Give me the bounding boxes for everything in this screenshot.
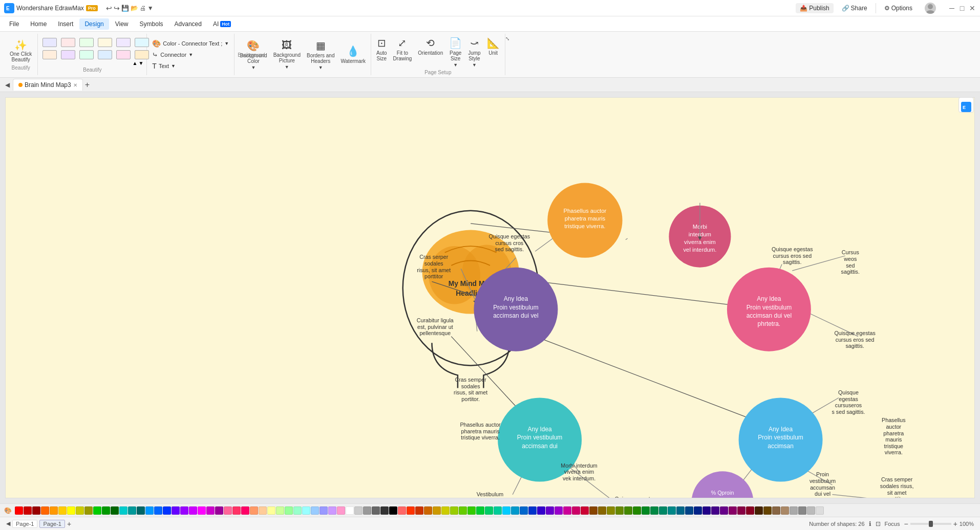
color-swatch-5[interactable] bbox=[58, 506, 67, 515]
color-swatch-8[interactable] bbox=[84, 506, 93, 515]
color-swatch-27[interactable] bbox=[250, 506, 258, 515]
color-swatch-72[interactable] bbox=[642, 506, 650, 515]
user-avatar[interactable] bbox=[921, 1, 940, 15]
color-swatch-59[interactable] bbox=[528, 506, 537, 515]
color-swatch-71[interactable] bbox=[633, 506, 641, 515]
color-swatch-26[interactable] bbox=[241, 506, 249, 515]
page-tab[interactable]: Page-1 bbox=[12, 520, 37, 528]
bg-picture-btn[interactable]: 🖼 BackgroundPicture ▼ bbox=[271, 38, 303, 71]
style-btn-2[interactable] bbox=[59, 37, 77, 48]
watermark-btn[interactable]: 💧 Watermark bbox=[338, 44, 368, 65]
share-btn[interactable]: 🔗 Share bbox=[838, 3, 871, 13]
color-swatch-17[interactable] bbox=[163, 506, 171, 515]
color-swatch-21[interactable] bbox=[198, 506, 206, 515]
publish-btn[interactable]: 📤 Publish bbox=[796, 3, 833, 13]
color-swatch-60[interactable] bbox=[537, 506, 545, 515]
style-btn-7[interactable] bbox=[41, 49, 58, 60]
color-swatch-86[interactable] bbox=[763, 506, 772, 515]
color-swatch-7[interactable] bbox=[76, 506, 84, 515]
fit-to-drawing-btn[interactable]: ⤢ Fit toDrawing bbox=[391, 36, 414, 69]
color-swatch-6[interactable] bbox=[67, 506, 75, 515]
options-btn[interactable]: ⚙ Options bbox=[880, 3, 917, 13]
color-swatch-45[interactable] bbox=[407, 506, 415, 515]
style-btn-4[interactable] bbox=[96, 37, 114, 48]
minimize-btn[interactable]: ─ bbox=[948, 5, 955, 12]
menu-view[interactable]: View bbox=[110, 18, 134, 30]
color-swatch-13[interactable] bbox=[128, 506, 136, 515]
color-swatch-78[interactable] bbox=[694, 506, 702, 515]
maximize-btn[interactable]: □ bbox=[958, 5, 966, 12]
color-swatch-62[interactable] bbox=[555, 506, 563, 515]
auto-size-btn[interactable]: ⊡ AutoSize bbox=[374, 36, 389, 69]
color-swatch-2[interactable] bbox=[32, 506, 40, 515]
color-swatch-85[interactable] bbox=[755, 506, 763, 515]
color-swatch-65[interactable] bbox=[581, 506, 589, 515]
color-swatch-56[interactable] bbox=[502, 506, 510, 515]
color-swatch-61[interactable] bbox=[546, 506, 554, 515]
add-page-btn[interactable]: + bbox=[67, 520, 71, 528]
color-swatch-89[interactable] bbox=[790, 506, 798, 515]
print-btn[interactable]: 🖨 bbox=[140, 5, 146, 12]
color-swatch-34[interactable] bbox=[311, 506, 319, 515]
menu-symbols[interactable]: Symbols bbox=[135, 18, 168, 30]
menu-advanced[interactable]: Advanced bbox=[169, 18, 207, 30]
save-btn[interactable]: 💾 bbox=[121, 5, 129, 12]
color-swatch-54[interactable] bbox=[485, 506, 493, 515]
diagram-canvas[interactable]: My Mind Map Headline bbox=[5, 97, 975, 498]
color-swatch-9[interactable] bbox=[93, 506, 101, 515]
color-swatch-11[interactable] bbox=[111, 506, 119, 515]
color-swatch-69[interactable] bbox=[615, 506, 624, 515]
redo-btn[interactable]: ↪ bbox=[114, 4, 120, 12]
color-swatch-79[interactable] bbox=[702, 506, 711, 515]
color-swatch-77[interactable] bbox=[685, 506, 693, 515]
color-swatch-20[interactable] bbox=[189, 506, 197, 515]
color-swatch-30[interactable] bbox=[276, 506, 284, 515]
color-swatch-51[interactable] bbox=[459, 506, 467, 515]
color-swatch-0[interactable] bbox=[15, 506, 23, 515]
color-swatch-50[interactable] bbox=[450, 506, 458, 515]
color-swatch-18[interactable] bbox=[172, 506, 180, 515]
canvas-area[interactable]: My Mind Map Headline bbox=[0, 92, 980, 503]
more-btn[interactable]: ▼ bbox=[147, 5, 154, 12]
open-btn[interactable]: 📂 bbox=[131, 5, 138, 12]
color-swatch-67[interactable] bbox=[598, 506, 606, 515]
text-format-btn[interactable]: T Text ▼ bbox=[150, 61, 231, 71]
page-nav-prev[interactable]: ◀ bbox=[6, 520, 10, 527]
unit-btn[interactable]: 📐 Unit bbox=[485, 36, 502, 69]
color-swatch-29[interactable] bbox=[267, 506, 275, 515]
color-swatch-84[interactable] bbox=[746, 506, 754, 515]
color-swatch-76[interactable] bbox=[676, 506, 685, 515]
style-btn-3[interactable] bbox=[78, 37, 95, 48]
color-swatch-36[interactable] bbox=[328, 506, 336, 515]
color-swatch-88[interactable] bbox=[781, 506, 789, 515]
color-swatch-70[interactable] bbox=[624, 506, 632, 515]
menu-insert[interactable]: Insert bbox=[53, 18, 78, 30]
one-click-beautify-btn[interactable]: ✨ One ClickBeautify bbox=[7, 38, 34, 64]
page-tab-active[interactable]: Page-1 bbox=[39, 520, 65, 528]
color-swatch-31[interactable] bbox=[285, 506, 293, 515]
color-swatch-64[interactable] bbox=[572, 506, 580, 515]
color-swatch-41[interactable] bbox=[372, 506, 380, 515]
color-swatch-23[interactable] bbox=[215, 506, 223, 515]
page-size-btn[interactable]: 📄 PageSize ▼ bbox=[447, 36, 464, 69]
color-swatch-83[interactable] bbox=[737, 506, 745, 515]
color-swatch-57[interactable] bbox=[511, 506, 519, 515]
color-swatch-90[interactable] bbox=[798, 506, 806, 515]
color-swatch-73[interactable] bbox=[650, 506, 658, 515]
style-btn-5[interactable] bbox=[115, 37, 132, 48]
color-swatch-48[interactable] bbox=[433, 506, 441, 515]
menu-ai[interactable]: AI Hot bbox=[208, 18, 236, 30]
color-swatch-14[interactable] bbox=[137, 506, 145, 515]
menu-home[interactable]: Home bbox=[25, 18, 52, 30]
tab-add-btn[interactable]: + bbox=[85, 80, 90, 90]
color-swatch-4[interactable] bbox=[50, 506, 58, 515]
menu-file[interactable]: File bbox=[4, 18, 24, 30]
color-swatch-52[interactable] bbox=[467, 506, 476, 515]
color-swatch-43[interactable] bbox=[389, 506, 397, 515]
color-swatch-12[interactable] bbox=[119, 506, 127, 515]
color-swatch-87[interactable] bbox=[772, 506, 780, 515]
toolbar-expand[interactable]: ⤡ bbox=[505, 34, 509, 75]
color-swatch-53[interactable] bbox=[476, 506, 484, 515]
color-swatch-58[interactable] bbox=[520, 506, 528, 515]
color-swatch-66[interactable] bbox=[589, 506, 598, 515]
